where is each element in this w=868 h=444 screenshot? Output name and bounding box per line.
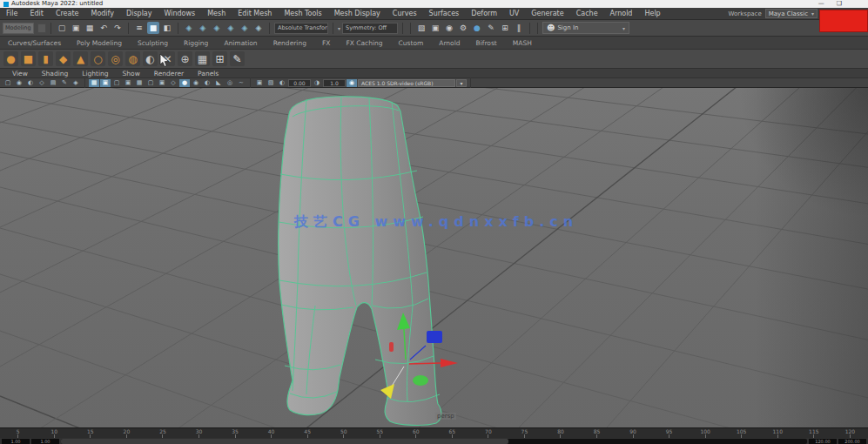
snap-view-plane-icon[interactable]: ◈ bbox=[239, 22, 251, 34]
isolate-select-icon[interactable]: ▣ bbox=[254, 79, 265, 87]
poly-sphere-icon[interactable]: ● bbox=[3, 51, 18, 66]
timeline-tick[interactable]: 90 bbox=[615, 428, 651, 438]
menu-item[interactable]: Display bbox=[120, 10, 158, 17]
gamma-field[interactable]: 1.0 bbox=[323, 79, 346, 87]
timeline-tick[interactable]: 120 bbox=[832, 428, 868, 438]
timeline-tick[interactable]: 45 bbox=[289, 428, 326, 438]
gamma-icon[interactable]: ◑ bbox=[312, 79, 322, 87]
save-scene-icon[interactable]: ▦ bbox=[84, 22, 96, 34]
lights-icon[interactable]: ◐ bbox=[202, 79, 212, 87]
motion-blur-icon[interactable]: ∼ bbox=[236, 79, 246, 87]
oversampling-icon[interactable]: ◈ bbox=[71, 79, 81, 87]
lock-camera-icon[interactable]: ◉ bbox=[14, 79, 24, 87]
resolution-gate-icon[interactable]: ▢ bbox=[111, 79, 122, 87]
range-slider-bar[interactable] bbox=[61, 439, 807, 444]
multi-cut-icon[interactable]: ✕ bbox=[160, 51, 175, 66]
animation-start-field[interactable]: 1.00 bbox=[31, 439, 59, 444]
timeline-tick[interactable]: 105 bbox=[723, 428, 760, 438]
menu-item[interactable]: Surfaces bbox=[423, 10, 466, 17]
symmetry-field[interactable]: Symmetry: Off bbox=[342, 23, 398, 34]
menu-item[interactable]: File bbox=[0, 10, 24, 17]
grid-toggle-icon[interactable]: ▦ bbox=[89, 79, 99, 87]
snap-curve-icon[interactable]: ◈ bbox=[197, 22, 209, 34]
poly-cube-icon[interactable]: ■ bbox=[21, 51, 36, 66]
perspective-viewport[interactable]: 技艺CG www.qdnxxfb.cn persp bbox=[0, 88, 868, 427]
animation-end-field[interactable]: 120.00 bbox=[809, 439, 837, 444]
current-frame-render-icon[interactable]: ▣ bbox=[429, 22, 441, 34]
menu-set-dropdown[interactable]: Modeling bbox=[3, 23, 34, 34]
node-editor-icon[interactable]: ⊞ bbox=[499, 22, 511, 34]
panel-menu-item[interactable]: Shading bbox=[35, 70, 75, 77]
x-axis-handle[interactable] bbox=[441, 359, 458, 367]
time-slider[interactable]: 5 10 15 20 25 30 35 40 45 50 55 60 65 70… bbox=[0, 427, 868, 438]
menu-item[interactable]: Deform bbox=[465, 10, 503, 17]
new-scene-icon[interactable]: ▢ bbox=[56, 22, 68, 34]
status-line-collapse-button[interactable] bbox=[37, 24, 46, 33]
shelf-tab[interactable]: Poly Modeling bbox=[69, 39, 130, 47]
camera-attributes-icon[interactable]: ◐ bbox=[25, 79, 36, 87]
pause-viewport-icon[interactable]: ‖ bbox=[513, 22, 525, 34]
timeline-tick[interactable]: 80 bbox=[542, 428, 579, 438]
shelf-tab[interactable]: FX bbox=[314, 39, 338, 47]
shelf-tab[interactable]: Arnold bbox=[431, 39, 468, 47]
panel-menu-item[interactable]: Panels bbox=[191, 70, 225, 77]
vertex-marker[interactable] bbox=[413, 375, 428, 386]
shelf-tab[interactable]: MASH bbox=[505, 39, 540, 47]
menu-item[interactable]: Cache bbox=[570, 10, 604, 17]
account-dropdown[interactable]: ☻ Sign In ▾ bbox=[542, 22, 629, 34]
menu-item[interactable]: Help bbox=[638, 10, 666, 17]
textured-icon[interactable]: ◉ bbox=[191, 79, 201, 87]
xray-icon[interactable]: ▧ bbox=[266, 79, 276, 87]
target-weld-icon[interactable]: ⊕ bbox=[178, 51, 192, 66]
safe-title-icon[interactable]: ▣ bbox=[157, 79, 167, 87]
exposure-field[interactable]: 0.00 bbox=[288, 79, 311, 87]
playback-start-field[interactable]: 1.00 bbox=[2, 439, 30, 444]
timeline-tick[interactable]: 100 bbox=[687, 428, 723, 438]
poly-plane-icon[interactable]: ◆ bbox=[56, 51, 71, 66]
timeline-tick[interactable]: 50 bbox=[326, 428, 362, 438]
menu-item[interactable]: UV bbox=[503, 10, 525, 17]
poly-torus-icon[interactable]: ◎ bbox=[108, 51, 123, 66]
notes-slate-icon[interactable]: ✎ bbox=[230, 51, 245, 66]
hypershade-icon[interactable]: ● bbox=[471, 22, 483, 34]
shelf-tab[interactable]: Custom bbox=[391, 39, 432, 47]
menu-item[interactable]: Create bbox=[50, 10, 85, 17]
panel-menu-item[interactable]: Lighting bbox=[75, 70, 115, 77]
menu-item[interactable]: Windows bbox=[158, 10, 202, 17]
select-component-icon[interactable]: ◧ bbox=[161, 22, 173, 34]
open-scene-icon[interactable]: ▣ bbox=[70, 22, 82, 34]
viewport-canvas[interactable] bbox=[0, 88, 868, 427]
poly-cone-icon[interactable]: ▲ bbox=[73, 51, 88, 66]
paint-effects-icon[interactable]: ✎ bbox=[485, 22, 497, 34]
image-plane-icon[interactable]: ▤ bbox=[48, 79, 58, 87]
2d-pan-zoom-icon[interactable]: ✎ bbox=[59, 79, 70, 87]
minimize-button[interactable]: — bbox=[818, 0, 824, 8]
wireframe-icon[interactable]: ◇ bbox=[168, 79, 178, 87]
menu-item[interactable]: Edit Mesh bbox=[232, 10, 278, 17]
modeling-toolkit-grid-icon[interactable]: ⊞ bbox=[212, 51, 227, 66]
panel-menu-item[interactable]: Show bbox=[116, 70, 147, 77]
menu-item[interactable]: Edit bbox=[24, 10, 50, 17]
shelf-tab[interactable]: Sculpting bbox=[130, 39, 176, 47]
select-camera-icon[interactable]: ▢ bbox=[3, 79, 13, 87]
view-transform-dropdown[interactable]: ACES 1.0 SDR-video (sRGB) bbox=[358, 79, 455, 87]
exposure-icon[interactable]: ◐ bbox=[277, 79, 287, 87]
range-slider-handle[interactable] bbox=[61, 439, 508, 444]
maximize-button[interactable]: ❑ bbox=[837, 0, 842, 8]
timeline-tick[interactable]: 10 bbox=[37, 428, 73, 438]
shaded-icon[interactable]: ● bbox=[179, 79, 190, 87]
timeline-tick[interactable]: 65 bbox=[434, 428, 471, 438]
snap-point-icon[interactable]: ◈ bbox=[211, 22, 223, 34]
shelf-tab[interactable]: Curves/Surfaces bbox=[0, 39, 69, 47]
chevron-down-icon[interactable]: ▾ bbox=[456, 79, 467, 87]
render-view-icon[interactable]: ▧ bbox=[415, 22, 427, 34]
input-line-arrow-icon[interactable]: ▾ bbox=[338, 25, 340, 31]
menu-item[interactable]: Curves bbox=[387, 10, 423, 17]
timeline-tick[interactable]: 30 bbox=[181, 428, 218, 438]
menu-item[interactable]: Modify bbox=[84, 10, 120, 17]
timeline-tick[interactable]: 75 bbox=[507, 428, 543, 438]
sculpt-tool-icon[interactable]: ◐ bbox=[143, 51, 158, 66]
timeline-tick[interactable]: 35 bbox=[217, 428, 253, 438]
timeline-tick[interactable]: 85 bbox=[579, 428, 616, 438]
bookmark-icon[interactable]: ◇ bbox=[37, 79, 47, 87]
